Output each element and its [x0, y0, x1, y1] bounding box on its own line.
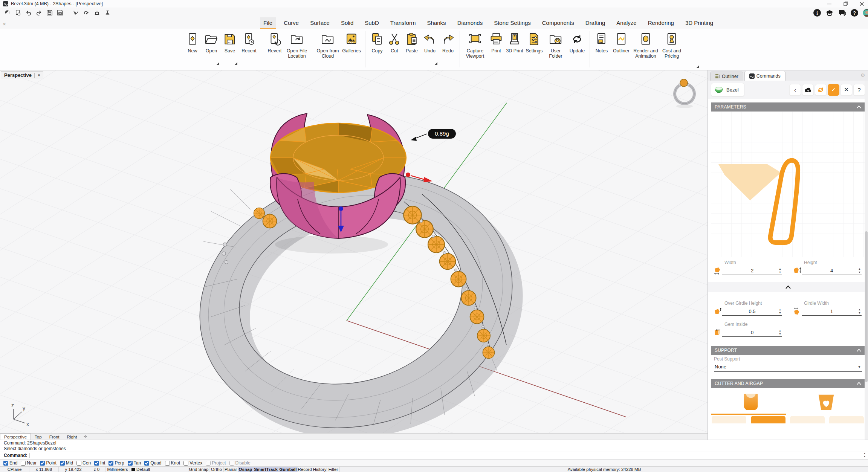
- cutter-airgap-header[interactable]: CUTTER AND AIRGAP: [711, 379, 865, 388]
- over-girdle-height-field[interactable]: Over Girdle Height 0.5 ▲▼: [713, 300, 782, 319]
- viewport-tab-perspective[interactable]: Perspective: [0, 434, 31, 440]
- ribbon-item-outliner[interactable]: Outliner: [611, 29, 632, 66]
- save-all-icon[interactable]: [57, 9, 63, 16]
- osnap-tan[interactable]: Tan: [128, 460, 141, 466]
- file-history-icon[interactable]: [15, 9, 21, 16]
- girdle-width-value[interactable]: 1: [802, 309, 862, 316]
- command-scroll-buttons[interactable]: ▲▼: [862, 452, 867, 459]
- osnap-end[interactable]: End: [3, 460, 17, 466]
- viewport-tab-front[interactable]: Front: [46, 434, 63, 440]
- help-icon[interactable]: ?: [850, 9, 859, 17]
- tab-commands[interactable]: Commands: [744, 71, 785, 81]
- status-layer[interactable]: Default: [130, 467, 188, 472]
- restore-button[interactable]: [839, 0, 852, 8]
- osnap-vertex-checkbox[interactable]: [183, 461, 188, 466]
- ribbon-item-undo[interactable]: Undo: [421, 29, 439, 66]
- tab-drafting[interactable]: Drafting: [582, 17, 609, 29]
- undo-icon[interactable]: [25, 9, 32, 16]
- education-icon[interactable]: [825, 9, 834, 17]
- lasso-pen-icon[interactable]: [83, 9, 90, 16]
- tab-3d-printing[interactable]: 3D Printing: [682, 17, 717, 29]
- ribbon-item-save[interactable]: Save: [221, 29, 239, 66]
- height-field[interactable]: Height 4 ▲▼: [793, 259, 862, 278]
- cutter-option-posts[interactable]: ⌐⌐: [790, 416, 825, 423]
- tab-components[interactable]: Components: [539, 17, 578, 29]
- osnap-point[interactable]: Point: [40, 460, 56, 466]
- osnap-int-checkbox[interactable]: [94, 461, 99, 466]
- tab-curve[interactable]: Curve: [280, 17, 302, 29]
- ribbon-item-capture-viewport[interactable]: Capture Viewport: [463, 29, 487, 66]
- height-spinner[interactable]: ▲▼: [858, 268, 861, 273]
- ribbon-expand-corner[interactable]: [696, 66, 699, 68]
- ribbon-item-user-folder[interactable]: User Folder: [544, 29, 567, 66]
- osnap-project-checkbox[interactable]: [206, 461, 211, 466]
- tab-diamonds[interactable]: Diamonds: [454, 17, 486, 29]
- cutter-option-post[interactable]: ⌷: [751, 416, 785, 423]
- perspective-viewport[interactable]: 0.89g z y x Perspective ▼: [0, 70, 708, 433]
- ribbon-item-notes[interactable]: Notes: [593, 29, 611, 66]
- width-value[interactable]: 2: [722, 268, 782, 275]
- cancel-button[interactable]: ✕: [840, 84, 852, 96]
- tab-transform[interactable]: Transform: [387, 17, 419, 29]
- height-value[interactable]: 4: [802, 268, 862, 275]
- tab-outliner[interactable]: Outliner: [710, 72, 743, 81]
- post-support-value[interactable]: None: [715, 364, 726, 370]
- status-grid-snap[interactable]: Grid Snap: [188, 467, 209, 472]
- tab-file[interactable]: File: [260, 17, 276, 29]
- status-record-history[interactable]: Record History: [298, 467, 327, 472]
- ribbon-item-render-and-animation[interactable]: Render and Animation: [632, 29, 660, 66]
- tab-subd[interactable]: SubD: [361, 17, 382, 29]
- over-girdle-height-value[interactable]: 0.5: [722, 309, 782, 316]
- width-spinner[interactable]: ▲▼: [779, 268, 781, 273]
- osnap-knot-checkbox[interactable]: [165, 461, 170, 466]
- status-units[interactable]: Millimeters: [105, 467, 130, 472]
- viewport-tab-top[interactable]: Top: [31, 434, 46, 440]
- gem-inside-spinner[interactable]: ▲▼: [779, 330, 781, 335]
- osnap-mid-checkbox[interactable]: [60, 461, 65, 466]
- tab-stone-settings[interactable]: Stone Settings: [491, 17, 534, 29]
- post-support-field[interactable]: Post Support None ▼: [714, 356, 862, 372]
- cloud-upload-button[interactable]: [802, 84, 814, 96]
- ribbon-item-open-file-location[interactable]: Open File Location: [284, 29, 309, 66]
- ribbon-item-open-from-cloud[interactable]: Open from Cloud: [315, 29, 341, 66]
- ribbon-item-print[interactable]: Print: [487, 29, 505, 66]
- osnap-perp-checkbox[interactable]: [108, 461, 113, 466]
- tab-analyze[interactable]: Analyze: [613, 17, 640, 29]
- status-planar[interactable]: Planar: [224, 467, 238, 472]
- ribbon-item-recent[interactable]: Recent: [239, 29, 259, 66]
- info-icon[interactable]: i: [813, 9, 821, 17]
- parameters-header[interactable]: PARAMETERS: [711, 102, 865, 112]
- close-button[interactable]: [855, 0, 868, 8]
- osnap-end-checkbox[interactable]: [3, 461, 8, 466]
- parameters-expander[interactable]: [708, 282, 868, 292]
- tab-surface[interactable]: Surface: [307, 17, 333, 29]
- osnap-int[interactable]: Int: [94, 460, 105, 466]
- osnap-perp[interactable]: Perp: [108, 460, 124, 466]
- help-button[interactable]: ?: [853, 84, 865, 96]
- gem-inside-value[interactable]: 0: [722, 330, 782, 337]
- ribbon-item-open[interactable]: Open: [202, 29, 221, 66]
- osnap-cen-checkbox[interactable]: [76, 461, 81, 466]
- status-smarttrack[interactable]: SmartTrack: [253, 467, 279, 472]
- 2shapes-swoosh-icon[interactable]: [4, 9, 11, 16]
- osnap-mid[interactable]: Mid: [60, 460, 73, 466]
- osnap-cen[interactable]: Cen: [76, 460, 91, 466]
- status-ortho[interactable]: Ortho: [209, 467, 224, 472]
- panel-scrollbar-thumb[interactable]: [865, 231, 868, 382]
- ribbon-item-paste[interactable]: Paste: [403, 29, 421, 66]
- save-icon[interactable]: [46, 9, 53, 16]
- back-button[interactable]: ‹: [789, 84, 801, 96]
- cutter-option-curve[interactable]: ~: [712, 416, 746, 423]
- command-input-row[interactable]: Command:: [0, 452, 868, 459]
- ribbon-item-revert[interactable]: Revert: [265, 29, 284, 66]
- cutter-heart-tab[interactable]: [816, 393, 836, 412]
- width-field[interactable]: Width 2 ▲▼: [713, 259, 782, 278]
- refresh-button[interactable]: [815, 84, 827, 96]
- tab-rendering[interactable]: Rendering: [645, 17, 677, 29]
- osnap-quad[interactable]: Quad: [144, 460, 161, 466]
- gem-inside-field[interactable]: Gem Inside 0 ▲▼: [713, 321, 782, 340]
- ribbon-item-cost-and-pricing[interactable]: Cost and Pricing: [660, 29, 684, 66]
- user-avatar[interactable]: [863, 9, 868, 17]
- ribbon-item-galleries[interactable]: Galleries: [341, 29, 362, 66]
- osnap-vertex[interactable]: Vertex: [183, 460, 202, 466]
